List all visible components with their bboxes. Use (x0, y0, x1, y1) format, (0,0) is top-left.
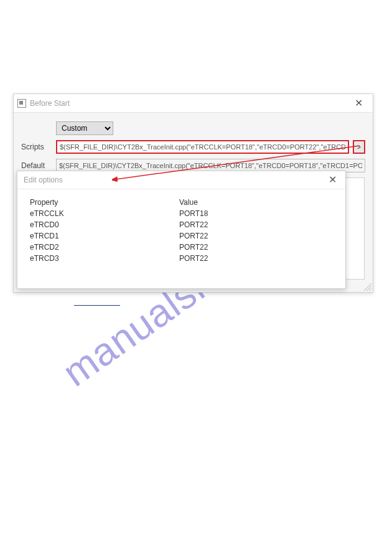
table-row[interactable]: eTRCD2 PORT22 (30, 242, 333, 253)
close-icon[interactable]: ✕ (350, 96, 368, 111)
row-value: PORT22 (179, 219, 333, 230)
row-property: eTRCD2 (30, 242, 179, 253)
svg-line-2 (369, 288, 371, 291)
window-title: Before Start (30, 99, 70, 108)
header-value: Value (179, 198, 333, 207)
row-value: PORT22 (179, 242, 333, 253)
table-row[interactable]: eTRCCLK PORT18 (30, 208, 333, 219)
row-property: eTRCD1 (30, 230, 179, 242)
underline-accent (74, 305, 120, 306)
row-property: eTRCCLK (30, 208, 179, 219)
row-property: eTRCD0 (30, 219, 179, 230)
svg-line-1 (366, 286, 371, 291)
options-header: Property Value (30, 198, 333, 207)
row-value: PORT22 (179, 230, 333, 242)
mode-select[interactable]: Custom (56, 121, 113, 135)
row-value: PORT18 (179, 208, 333, 219)
table-row[interactable]: eTRCD0 PORT22 (30, 219, 333, 230)
popup-close-icon[interactable]: ✕ (326, 175, 339, 185)
edit-options-popup: Edit options ✕ Property Value eTRCCLK PO… (17, 171, 346, 289)
expand-button[interactable]: > (353, 140, 365, 154)
window-icon (17, 99, 26, 108)
titlebar: Before Start ✕ (14, 94, 373, 113)
table-row[interactable]: eTRCD1 PORT22 (30, 230, 333, 242)
scripts-input[interactable] (56, 140, 349, 154)
scripts-label: Scripts (21, 143, 52, 151)
header-property: Property (30, 198, 179, 207)
row-value: PORT22 (179, 253, 333, 264)
default-label: Default (21, 161, 52, 170)
resize-grip-icon[interactable] (363, 282, 371, 291)
table-row[interactable]: eTRCD3 PORT22 (30, 253, 333, 264)
popup-title: Edit options (24, 176, 63, 184)
row-property: eTRCD3 (30, 253, 179, 264)
